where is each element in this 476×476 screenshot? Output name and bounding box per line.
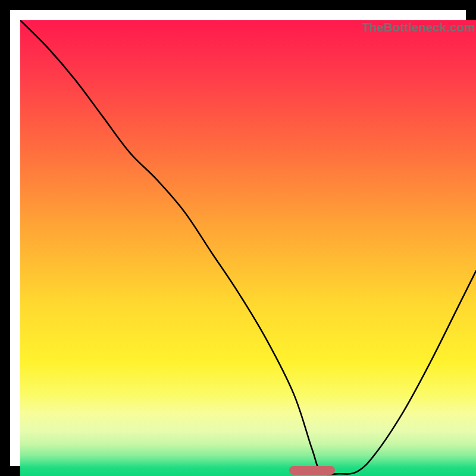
plot-area: TheBottleneck.com (20, 20, 476, 476)
optimal-band-marker (289, 466, 335, 475)
chart-frame: TheBottleneck.com (0, 0, 476, 476)
bottleneck-curve (20, 20, 476, 476)
curve-path (20, 20, 476, 474)
watermark-text: TheBottleneck.com (362, 20, 475, 35)
